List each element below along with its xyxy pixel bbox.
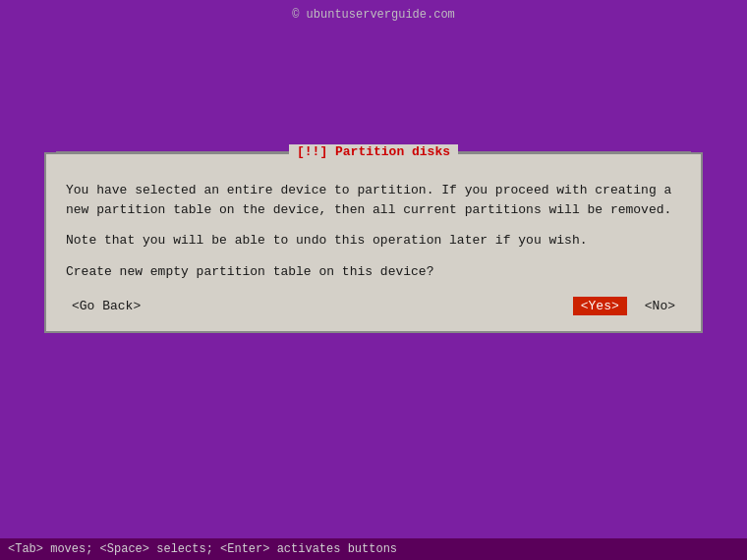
dialog-buttons: <Go Back> <Yes> <No>	[66, 297, 681, 315]
status-bar: <Tab> moves; <Space> selects; <Enter> ac…	[0, 538, 747, 560]
dialog-body: You have selected an entire device to pa…	[46, 169, 701, 331]
message-paragraph-1: You have selected an entire device to pa…	[66, 181, 681, 219]
message-paragraph-3: Create new empty partition table on this…	[66, 262, 681, 282]
dialog-title-bar: [!!] Partition disks	[46, 144, 701, 159]
dialog-title: [!!] Partition disks	[289, 144, 458, 159]
yes-button[interactable]: <Yes>	[573, 297, 627, 315]
status-bar-text: <Tab> moves; <Space> selects; <Enter> ac…	[8, 542, 397, 556]
right-buttons: <Yes> <No>	[573, 297, 681, 315]
title-line-left	[56, 151, 289, 152]
message-paragraph-2: Note that you will be able to undo this …	[66, 231, 681, 251]
title-line-right	[458, 151, 691, 152]
no-button[interactable]: <No>	[639, 297, 681, 315]
dialog-box: [!!] Partition disks You have selected a…	[44, 152, 703, 333]
dialog-message: You have selected an entire device to pa…	[66, 181, 681, 281]
watermark-text: © ubuntuserverguide.com	[292, 8, 455, 22]
go-back-button[interactable]: <Go Back>	[66, 297, 146, 315]
